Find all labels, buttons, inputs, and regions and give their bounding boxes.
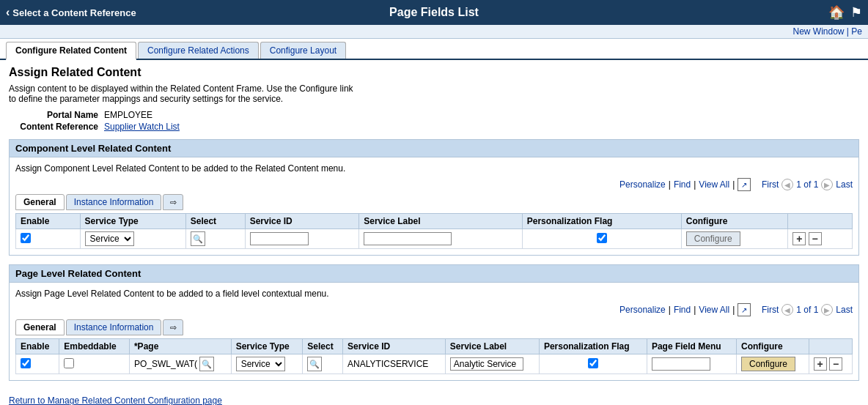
component-section-header: Component Level Related Content	[10, 140, 858, 157]
page-section-header: Page Level Related Content	[10, 265, 858, 283]
page-del-row-btn[interactable]: −	[829, 357, 842, 371]
component-add-row-btn[interactable]: +	[792, 232, 806, 245]
footer-return-link[interactable]: Return to Manage Related Content Configu…	[9, 395, 222, 405]
personalize-link[interactable]: Pe	[851, 26, 862, 37]
component-personalize-bar: Personalize | Find | View All | ↗ First …	[15, 178, 853, 191]
page-row-page: PO_SWL_WAT( 🔍	[129, 354, 231, 374]
component-export-icon[interactable]: ↗	[738, 178, 751, 191]
page-lookup-btn[interactable]: 🔍	[307, 357, 322, 371]
page-prev-btn[interactable]: ◀	[781, 304, 793, 316]
assign-related-content-title: Assign Related Content	[9, 66, 859, 79]
page-row-configure: Configure	[736, 354, 809, 374]
table-row: Service 🔍	[16, 229, 853, 249]
portal-name-label: Portal Name	[9, 110, 104, 120]
page-service-label-input[interactable]	[450, 357, 523, 371]
component-sub-tab-general[interactable]: General	[15, 194, 65, 210]
component-row-personalization-flag	[522, 229, 681, 249]
component-col-service-type: Service Type	[80, 214, 185, 229]
component-col-actions	[788, 214, 853, 229]
page-grid: Enable Embeddable *Page Service Type Sel…	[15, 338, 853, 374]
page-col-select: Select	[303, 339, 343, 354]
component-personalize-link[interactable]: Personalize	[619, 179, 666, 190]
page-row-personalization-flag	[539, 354, 647, 374]
page-sub-tab-general[interactable]: General	[15, 319, 65, 335]
component-last-label: Last	[836, 179, 853, 190]
back-label: Select a Content Reference	[12, 7, 136, 18]
component-sub-tab-icon[interactable]: ⇨	[163, 194, 183, 210]
component-row-configure: Configure	[681, 229, 788, 249]
component-section: Component Level Related Content Assign C…	[9, 139, 859, 256]
page-row-select: 🔍	[303, 354, 343, 374]
table-row: PO_SWL_WAT( 🔍 Service 🔍 ANALYTIC	[16, 354, 853, 374]
component-enable-checkbox[interactable]	[21, 233, 31, 243]
page-col-service-type: Service Type	[231, 339, 303, 354]
back-arrow-icon: ‹	[6, 6, 10, 19]
back-button[interactable]: ‹ Select a Content Reference	[6, 6, 136, 19]
component-view-all-link[interactable]: View All	[699, 179, 729, 190]
component-grid: Enable Service Type Select Service ID Se…	[15, 213, 853, 249]
component-sub-tab-instance[interactable]: Instance Information	[66, 194, 162, 210]
tab-configure-related-actions[interactable]: Configure Related Actions	[138, 42, 259, 59]
page-col-actions	[809, 339, 852, 354]
page-col-page-field-menu: Page Field Menu	[647, 339, 736, 354]
content-ref-value[interactable]: Supplier Watch List	[104, 122, 180, 132]
page-col-page: *Page	[129, 339, 231, 354]
page-export-icon[interactable]: ↗	[738, 303, 751, 316]
component-sub-tabs: General Instance Information ⇨	[15, 194, 853, 210]
component-col-enable: Enable	[16, 214, 81, 229]
page-find-link[interactable]: Find	[674, 305, 691, 315]
tab-configure-related-content[interactable]: Configure Related Content	[6, 42, 136, 60]
flag-icon[interactable]: ⚑	[850, 4, 862, 21]
component-row-add-del: + −	[788, 229, 853, 249]
component-col-personalization-flag: Personalization Flag	[522, 214, 681, 229]
page-add-row-btn[interactable]: +	[814, 357, 827, 371]
app-header: ‹ Select a Content Reference Page Fields…	[0, 0, 868, 25]
component-prev-btn[interactable]: ◀	[781, 179, 793, 190]
component-service-id-input[interactable]	[250, 232, 309, 245]
page-field-menu-input[interactable]	[652, 357, 710, 371]
component-section-desc: Assign Component Level Related Content t…	[15, 163, 853, 174]
page-row-add-del: + −	[809, 354, 852, 374]
component-col-select: Select	[185, 214, 245, 229]
page-sub-tab-icon[interactable]: ⇨	[163, 319, 183, 335]
header-icons: 🏠 ⚑	[828, 4, 862, 21]
component-configure-btn[interactable]: Configure	[686, 231, 740, 246]
content-ref-label: Content Reference	[9, 122, 104, 132]
page-sub-tab-instance[interactable]: Instance Information	[66, 319, 162, 335]
page-row-enable	[16, 354, 59, 374]
page-configure-btn[interactable]: Configure	[741, 357, 795, 371]
page-row-embeddable	[59, 354, 130, 374]
page-personalization-checkbox[interactable]	[588, 358, 598, 368]
page-title: Page Fields List	[389, 6, 479, 19]
page-nav-info: 1 of 1	[796, 305, 818, 315]
page-first-label: First	[762, 305, 779, 315]
new-window-link[interactable]: New Window	[792, 26, 844, 37]
page-page-lookup-btn[interactable]: 🔍	[199, 357, 214, 371]
content-ref-row: Content Reference Supplier Watch List	[9, 122, 859, 132]
component-next-btn[interactable]: ▶	[821, 179, 833, 190]
component-find-link[interactable]: Find	[674, 179, 691, 190]
component-service-label-input[interactable]	[364, 232, 452, 245]
component-personalization-checkbox[interactable]	[597, 233, 607, 243]
component-del-row-btn[interactable]: −	[809, 232, 822, 245]
page-service-type-select[interactable]: Service	[236, 357, 285, 371]
page-col-service-label: Service Label	[445, 339, 539, 354]
intro-text: Assign content to be displayed within th…	[9, 83, 361, 104]
home-icon[interactable]: 🏠	[828, 4, 845, 21]
tab-configure-layout[interactable]: Configure Layout	[260, 42, 346, 59]
component-row-enable	[16, 229, 81, 249]
main-tabs: Configure Related Content Configure Rela…	[0, 39, 868, 60]
page-personalize-link[interactable]: Personalize	[619, 305, 666, 315]
page-section-body: Assign Page Level Related Content to be …	[10, 283, 858, 380]
component-service-type-select[interactable]: Service	[85, 231, 134, 246]
page-row-service-id: ANALYTICSERVICE	[343, 354, 446, 374]
page-next-btn[interactable]: ▶	[821, 304, 833, 316]
component-col-service-id: Service ID	[245, 214, 359, 229]
page-col-enable: Enable	[16, 339, 59, 354]
page-row-service-label	[445, 354, 539, 374]
page-embeddable-checkbox[interactable]	[64, 358, 74, 368]
component-lookup-btn[interactable]: 🔍	[191, 231, 205, 246]
page-sub-tabs: General Instance Information ⇨	[15, 319, 853, 335]
page-view-all-link[interactable]: View All	[699, 305, 729, 315]
page-enable-checkbox[interactable]	[21, 358, 31, 368]
